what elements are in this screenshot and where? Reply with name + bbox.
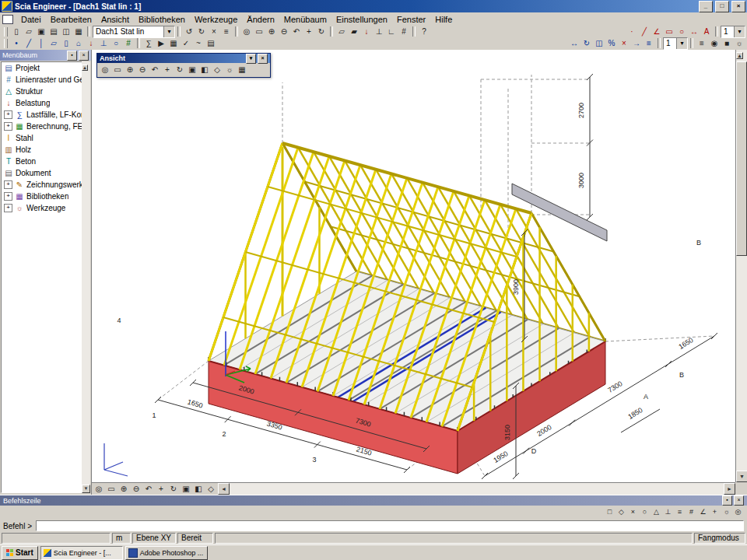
menu-einstellungen[interactable]: Einstellungen (331, 14, 392, 25)
rotate-view-icon[interactable]: ↻ (174, 65, 186, 75)
model-viewport[interactable]: 1650 3350 2150 2000 7300 1950 2000 7300 … (92, 50, 747, 495)
new-wall-icon[interactable]: ▯ (60, 38, 72, 49)
child-window-icon[interactable] (2, 15, 13, 24)
show-local-axes-icon[interactable]: ∟ (385, 26, 398, 37)
snap-center-icon[interactable]: ○ (639, 507, 651, 518)
scroll-down-icon[interactable]: ▼ (82, 485, 90, 493)
sidebar-item-lastfaelle[interactable]: +∑Lastfälle, LF-Kombination (2, 109, 82, 121)
axonometric-view-icon[interactable]: ◇ (211, 65, 223, 75)
command-input[interactable] (36, 520, 744, 531)
minimize-button[interactable]: _ (699, 1, 713, 12)
layer-scale-field[interactable]: 1 ▾ (663, 37, 688, 50)
new-load-icon[interactable]: ↓ (85, 38, 97, 49)
show-loads-icon[interactable]: ↓ (360, 26, 373, 37)
snap-midpoint-icon[interactable]: ◇ (615, 507, 627, 518)
toolbar-grip[interactable] (4, 39, 8, 48)
show-supports-icon[interactable]: ⊥ (373, 26, 385, 37)
mesh-icon[interactable]: # (122, 38, 135, 49)
new-column-icon[interactable]: │ (35, 38, 47, 49)
check-steel-icon[interactable]: ✓ (180, 38, 192, 49)
sidebar-item-zeichnungswerkzeuge[interactable]: +✎Zeichnungswerkzeuge (2, 179, 82, 191)
snap-angle-icon[interactable]: ∠ (697, 507, 709, 518)
ansicht-floating-toolbar[interactable]: Ansicht ▾ × ◎▭⊕⊖↶+↻▣◧◇☼▦ (96, 53, 271, 78)
zoom-all-icon[interactable]: ◎ (240, 26, 253, 37)
maximize-button[interactable]: □ (715, 1, 729, 12)
lock-icon[interactable]: ■ (721, 38, 733, 49)
pan-icon[interactable]: + (155, 484, 167, 495)
document-icon[interactable]: ▤ (205, 38, 217, 49)
text-icon[interactable]: A (700, 26, 713, 37)
scroll-down-icon[interactable]: ▼ (736, 471, 747, 482)
zoom-out-icon[interactable]: ⊖ (278, 26, 290, 37)
menu-ansicht[interactable]: Ansicht (96, 14, 134, 25)
scroll-up-icon[interactable]: ▲ (736, 52, 743, 59)
new-hinge-icon[interactable]: ○ (110, 38, 122, 49)
trim-icon[interactable]: × (618, 38, 630, 49)
3d-viewport[interactable]: 1650 3350 2150 2000 7300 1950 2000 7300 … (92, 50, 735, 482)
rotate-view-icon[interactable]: ↻ (315, 26, 328, 37)
properties-icon[interactable]: ≡ (220, 26, 233, 37)
zoom-in-icon[interactable]: ⊕ (265, 26, 278, 37)
rotate-view-icon[interactable]: ↻ (167, 484, 180, 495)
sidebar-item-beton[interactable]: TBeton (2, 156, 82, 167)
expander-icon[interactable]: + (4, 180, 12, 189)
close-button[interactable]: × (731, 1, 745, 12)
zoom-all-icon[interactable]: ◎ (93, 484, 105, 495)
sidebar-item-linienraster[interactable]: #Linienraster und Gescho (2, 74, 82, 86)
pan-icon[interactable]: + (303, 26, 315, 37)
offset-icon[interactable]: ≡ (643, 38, 655, 49)
menu-hilfe[interactable]: Hilfe (430, 14, 457, 25)
undo-icon[interactable]: ↺ (183, 26, 195, 37)
scroll-left-icon[interactable]: ◄ (218, 483, 230, 495)
sidebar-item-struktur[interactable]: △Struktur (2, 86, 82, 97)
snap-tangent-icon[interactable]: △ (651, 507, 662, 518)
chevron-down-icon[interactable]: ▾ (676, 38, 687, 49)
draw-line-icon[interactable]: ╱ (638, 26, 651, 37)
project-combo[interactable]: Dach1 Stat lin ▾ (93, 26, 175, 38)
scale-icon[interactable]: % (605, 38, 618, 49)
panel-scrollbar[interactable]: ▲ ▼ (82, 61, 90, 493)
scrollbar-track[interactable] (230, 483, 724, 495)
menu-datei[interactable]: Datei (16, 14, 46, 25)
expander-icon[interactable]: + (4, 122, 12, 131)
sidebar-item-werkzeuge[interactable]: +☼Werkzeuge (2, 202, 82, 214)
settings-icon[interactable]: ☼ (733, 38, 745, 49)
previous-view-icon[interactable]: ↶ (290, 26, 303, 37)
menu-bibliotheken[interactable]: Bibliotheken (134, 14, 190, 25)
redo-icon[interactable]: ↻ (195, 26, 208, 37)
fe-mesh-icon[interactable]: ▦ (167, 38, 180, 49)
move-icon[interactable]: ↔ (568, 38, 580, 49)
scroll-right-icon[interactable]: ► (724, 483, 735, 495)
snap-ortho-icon[interactable]: + (709, 507, 721, 518)
draw-point-icon[interactable]: · (626, 26, 638, 37)
status-plane[interactable]: Ebene XY (132, 533, 176, 544)
menu-bearbeiten[interactable]: Bearbeiten (46, 14, 96, 25)
snap-endpoint-icon[interactable]: □ (604, 507, 615, 518)
previous-view-icon[interactable]: ↶ (149, 65, 161, 75)
task-photoshop[interactable]: Adobe Photoshop ... (125, 546, 208, 560)
expander-icon[interactable]: + (4, 192, 12, 201)
view-top-icon[interactable]: ▣ (186, 65, 198, 75)
menu-fenster[interactable]: Fenster (392, 14, 430, 25)
dimension-icon[interactable]: ↔ (688, 26, 700, 37)
extend-icon[interactable]: → (630, 38, 643, 49)
snap-perpendicular-icon[interactable]: ⊥ (662, 507, 674, 518)
sidebar-item-stahl[interactable]: IStahl (2, 132, 82, 144)
sidebar-item-bibliotheken[interactable]: +▦Bibliotheken (2, 191, 82, 202)
wireframe-icon[interactable]: ▱ (335, 26, 348, 37)
zoom-in-icon[interactable]: ⊕ (124, 65, 136, 75)
zoom-window-icon[interactable]: ▭ (105, 484, 117, 495)
close-icon[interactable]: × (258, 54, 268, 64)
start-button[interactable]: Start (2, 546, 38, 560)
snap-nearest-icon[interactable]: ≡ (674, 507, 686, 518)
light-icon[interactable]: ☼ (223, 65, 236, 75)
delete-icon[interactable]: × (208, 26, 220, 37)
zoom-out-icon[interactable]: ⊖ (130, 484, 142, 495)
ansicht-caption[interactable]: Ansicht ▾ × (97, 54, 270, 63)
zoom-out-icon[interactable]: ⊖ (136, 65, 149, 75)
render-mode-icon[interactable]: ▦ (236, 65, 248, 75)
scroll-up-icon[interactable]: ▲ (82, 65, 88, 71)
zoom-window-icon[interactable]: ▭ (253, 26, 265, 37)
rendered-icon[interactable]: ▰ (348, 26, 360, 37)
close-icon[interactable]: × (79, 51, 89, 61)
